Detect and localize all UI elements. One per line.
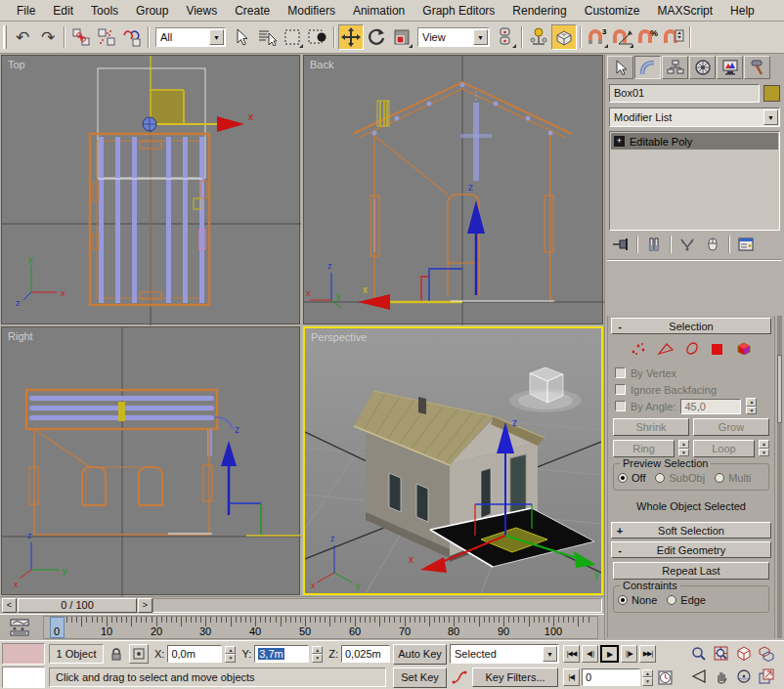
by-angle-checkbox[interactable]	[615, 401, 626, 411]
maxscript-listener-pane[interactable]	[2, 667, 45, 688]
panel-scrollbar[interactable]	[777, 316, 782, 638]
x-coordinate-field[interactable]: 0,0m	[167, 645, 222, 663]
previous-frame-button[interactable]: <	[2, 598, 17, 613]
object-name-field[interactable]: Box01	[609, 84, 760, 103]
menu-create[interactable]: Create	[226, 1, 279, 21]
rectangular-selection-region-button[interactable]	[280, 24, 305, 50]
absolute-offset-toggle[interactable]	[129, 644, 149, 664]
tab-motion[interactable]	[689, 56, 716, 79]
selection-lock-button[interactable]	[107, 644, 126, 664]
zoom-extents-button[interactable]	[733, 643, 755, 665]
loop-spinner[interactable]: ▲▼	[759, 440, 769, 456]
preview-subobj-radio[interactable]: SubObj	[655, 472, 705, 484]
track-bar-ruler[interactable]: 0 10 20 30 40 50 60 70 80 90 100	[43, 616, 598, 639]
menu-modifiers[interactable]: Modifiers	[279, 1, 344, 21]
border-subobject-icon[interactable]	[684, 341, 700, 357]
menu-views[interactable]: Views	[177, 1, 226, 21]
tab-utilities[interactable]	[744, 56, 770, 79]
preview-off-radio[interactable]: Off	[618, 472, 645, 484]
undo-button[interactable]: ↶	[10, 24, 35, 50]
stack-item-editable-poly[interactable]: + Editable Poly	[611, 133, 778, 150]
auto-key-button[interactable]: Auto Key	[393, 644, 447, 665]
zoom-all-button[interactable]	[711, 643, 732, 665]
select-by-name-button[interactable]	[254, 24, 280, 50]
go-to-start-button[interactable]: |◀◀	[563, 645, 580, 663]
menu-customize[interactable]: Customize	[576, 1, 649, 21]
unlink-selection-button[interactable]	[94, 24, 119, 50]
keyboard-shortcut-override-button[interactable]	[551, 24, 577, 50]
selection-filter-dropdown[interactable]: All ▼	[155, 27, 226, 47]
time-configuration-button[interactable]	[655, 667, 675, 687]
rollout-selection-header[interactable]: - Selection	[611, 318, 771, 334]
menu-group[interactable]: Group	[127, 1, 177, 21]
constraint-edge-radio[interactable]: Edge	[667, 594, 706, 606]
redo-button[interactable]: ↷	[35, 24, 61, 50]
open-mini-curve-editor-button[interactable]	[3, 617, 36, 637]
reference-coordinate-dropdown[interactable]: View ▼	[417, 27, 490, 47]
key-mode-toggle-button[interactable]: |◀|	[563, 668, 580, 686]
vertex-subobject-icon[interactable]	[630, 341, 647, 357]
make-unique-button[interactable]	[675, 235, 699, 255]
menu-edit[interactable]: Edit	[44, 1, 82, 21]
key-filters-button[interactable]: Key Filters...	[472, 667, 558, 687]
snaps-toggle-button[interactable]: 3	[585, 24, 610, 50]
shrink-button[interactable]: Shrink	[613, 418, 689, 436]
modifier-list-dropdown[interactable]: Modifier List ▼	[609, 108, 780, 127]
modifier-stack[interactable]: + Editable Poly	[609, 131, 780, 231]
tab-create[interactable]	[607, 56, 633, 79]
bind-to-space-warp-button[interactable]	[119, 24, 145, 50]
select-and-manipulate-button[interactable]	[526, 24, 551, 50]
viewport-right-label[interactable]: Right	[8, 330, 33, 342]
menu-tools[interactable]: Tools	[82, 1, 127, 21]
tab-hierarchy[interactable]	[662, 56, 688, 79]
ignore-backfacing-checkbox[interactable]	[615, 384, 626, 395]
viewport-top-label[interactable]: Top	[8, 59, 25, 70]
window-crossing-button[interactable]	[305, 24, 330, 50]
menu-rendering[interactable]: Rendering	[503, 1, 575, 21]
use-pivot-point-center-button[interactable]	[493, 24, 518, 50]
remove-modifier-button[interactable]	[701, 235, 724, 255]
key-mode-dropdown[interactable]: Selected ▼	[450, 644, 559, 664]
next-frame-button[interactable]: | |▶	[621, 645, 637, 663]
select-and-rotate-button[interactable]	[364, 24, 389, 50]
time-slider-handle[interactable]: 0 / 100	[18, 598, 137, 613]
preview-multi-radio[interactable]: Multi	[715, 472, 751, 484]
select-and-scale-button[interactable]	[389, 24, 414, 50]
pan-button[interactable]	[711, 666, 732, 687]
tab-display[interactable]	[717, 56, 743, 79]
menu-file[interactable]: File	[8, 1, 44, 21]
percent-snap-button[interactable]: %	[635, 24, 661, 50]
play-animation-button[interactable]: ▶	[600, 645, 619, 663]
tab-modify[interactable]	[634, 56, 661, 79]
arc-rotate-button[interactable]	[733, 666, 755, 687]
configure-modifier-sets-button[interactable]	[734, 235, 758, 255]
ring-button[interactable]: Ring	[613, 440, 675, 457]
macro-recorder-pane[interactable]	[2, 643, 45, 665]
polygon-subobject-icon[interactable]	[710, 341, 725, 357]
constraint-none-radio[interactable]: None	[618, 594, 657, 606]
field-of-view-button[interactable]	[688, 666, 710, 687]
expand-icon[interactable]: +	[614, 136, 625, 147]
menu-graph-editors[interactable]: Graph Editors	[414, 1, 503, 21]
by-angle-field[interactable]: 45,0	[680, 399, 741, 414]
y-coordinate-field[interactable]: 3,7m	[254, 645, 309, 663]
scrollbar-handle[interactable]	[777, 355, 782, 423]
angle-snap-button[interactable]	[610, 24, 635, 50]
viewport-top[interactable]: Top x	[1, 55, 300, 324]
zoom-extents-all-button[interactable]	[756, 643, 777, 665]
time-slider-track[interactable]	[152, 598, 602, 613]
rollout-edit-geometry-header[interactable]: - Edit Geometry	[611, 541, 771, 558]
spinner-snap-button[interactable]	[661, 24, 686, 50]
next-frame-button[interactable]: >	[138, 598, 152, 613]
rollout-soft-selection-header[interactable]: + Soft Selection	[611, 522, 771, 538]
viewport-back[interactable]: Back	[303, 55, 603, 324]
loop-button[interactable]: Loop	[693, 440, 755, 457]
z-coordinate-field[interactable]: 0,025m	[341, 645, 390, 663]
default-tangent-button[interactable]	[450, 667, 469, 687]
menu-animation[interactable]: Animation	[344, 1, 414, 21]
previous-frame-button[interactable]: ◀| |	[582, 645, 598, 663]
ring-spinner[interactable]: ▲▼	[678, 440, 689, 456]
show-end-result-button[interactable]	[642, 235, 666, 255]
set-key-button[interactable]: Set Key	[393, 667, 447, 688]
menu-maxscript[interactable]: MAXScript	[648, 1, 721, 21]
